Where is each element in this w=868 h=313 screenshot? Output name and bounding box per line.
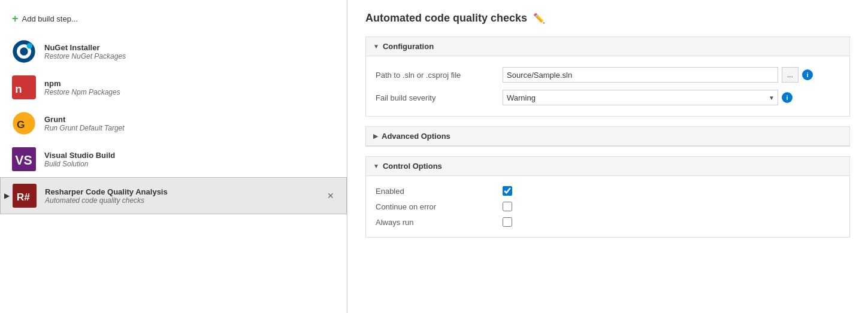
build-item-resharper[interactable]: ▶ R# Resharper Code Quality Analysis Aut… <box>0 177 347 214</box>
grunt-item-text: Grunt Run Grunt Default Target <box>44 115 125 132</box>
vs-subtitle: Build Solution <box>44 160 115 168</box>
advanced-options-section: ▶ Advanced Options <box>365 126 850 147</box>
control-options-section: ▼ Control Options Enabled Continue on er… <box>365 156 850 238</box>
build-item-vs[interactable]: VS Visual Studio Build Build Solution <box>0 141 347 177</box>
nuget-icon <box>12 39 36 63</box>
path-row: Path to .sln or .csproj file ... i <box>366 63 849 86</box>
left-panel: + Add build step... NuGet Installer Rest… <box>0 0 347 313</box>
panel-title-text: Automated code quality checks <box>365 12 527 25</box>
advanced-options-section-header[interactable]: ▶ Advanced Options <box>366 127 849 146</box>
nuget-title: NuGet Installer <box>44 43 126 52</box>
continue-label: Continue on error <box>376 202 495 211</box>
resharper-close-button[interactable]: ✕ <box>325 189 337 203</box>
severity-select-wrap: Warning Error Suggestion Hint None ▼ <box>503 90 778 105</box>
nuget-item-text: NuGet Installer Restore NuGet Packages <box>44 43 126 60</box>
panel-title: Automated code quality checks ✏️ <box>365 12 850 25</box>
configuration-section-body: Path to .sln or .csproj file ... i Fail … <box>366 56 849 116</box>
vs-icon: VS <box>12 147 36 171</box>
vs-item-text: Visual Studio Build Build Solution <box>44 151 115 168</box>
path-info-icon[interactable]: i <box>802 69 813 80</box>
enabled-label: Enabled <box>376 187 495 196</box>
severity-label: Fail build severity <box>376 93 495 102</box>
browse-button[interactable]: ... <box>782 67 799 83</box>
configuration-section-header[interactable]: ▼ Configuration <box>366 37 849 56</box>
vs-title: Visual Studio Build <box>44 151 115 160</box>
severity-select[interactable]: Warning Error Suggestion Hint None <box>503 90 778 105</box>
nuget-subtitle: Restore NuGet Packages <box>44 52 126 60</box>
grunt-subtitle: Run Grunt Default Target <box>44 124 125 132</box>
npm-icon: n <box>12 75 36 99</box>
npm-item-text: npm Restore Npm Packages <box>44 79 120 96</box>
build-item-npm[interactable]: n npm Restore Npm Packages <box>0 69 347 105</box>
resharper-title: Resharper Code Quality Analysis <box>45 187 168 196</box>
severity-row: Fail build severity Warning Error Sugges… <box>366 86 849 109</box>
continue-row: Continue on error <box>366 199 849 214</box>
control-collapse-icon: ▼ <box>373 163 379 169</box>
grunt-title: Grunt <box>44 115 125 124</box>
configuration-collapse-icon: ▼ <box>373 43 379 50</box>
severity-control-wrap: Warning Error Suggestion Hint None ▼ i <box>503 90 840 105</box>
right-panel: Automated code quality checks ✏️ ▼ Confi… <box>347 0 868 313</box>
npm-subtitle: Restore Npm Packages <box>44 88 120 96</box>
resharper-subtitle: Automated code quality checks <box>45 196 168 205</box>
path-label: Path to .sln or .csproj file <box>376 71 495 80</box>
path-input[interactable] <box>503 67 778 83</box>
path-control-wrap: ... i <box>503 67 840 83</box>
control-section-label: Control Options <box>383 162 442 171</box>
add-build-step-label: Add build step... <box>22 14 78 23</box>
control-section-body: Enabled Continue on error Always run <box>366 176 849 237</box>
always-checkbox[interactable] <box>503 217 512 227</box>
always-row: Always run <box>366 214 849 230</box>
advanced-expand-icon: ▶ <box>373 133 378 139</box>
continue-checkbox[interactable] <box>503 202 512 211</box>
resharper-icon: R# <box>13 184 37 208</box>
advanced-section-label: Advanced Options <box>382 132 450 141</box>
edit-icon[interactable]: ✏️ <box>533 13 545 24</box>
svg-text:VS: VS <box>15 153 32 168</box>
svg-text:n: n <box>15 83 22 95</box>
svg-text:R#: R# <box>17 191 31 203</box>
svg-text:G: G <box>17 118 25 130</box>
build-item-grunt[interactable]: G Grunt Run Grunt Default Target <box>0 105 347 141</box>
severity-info-icon[interactable]: i <box>782 92 793 103</box>
build-item-nuget[interactable]: NuGet Installer Restore NuGet Packages <box>0 34 347 69</box>
add-build-step-button[interactable]: + Add build step... <box>0 10 347 34</box>
enabled-checkbox[interactable] <box>503 186 512 196</box>
plus-icon: + <box>12 13 19 24</box>
svg-point-2 <box>20 47 28 55</box>
npm-title: npm <box>44 79 120 88</box>
configuration-section: ▼ Configuration Path to .sln or .csproj … <box>365 37 850 117</box>
svg-point-3 <box>27 43 32 48</box>
grunt-icon: G <box>12 111 36 135</box>
resharper-item-text: Resharper Code Quality Analysis Automate… <box>45 187 168 205</box>
selected-arrow-icon: ▶ <box>4 192 10 200</box>
enabled-row: Enabled <box>366 183 849 199</box>
always-label: Always run <box>376 218 495 227</box>
configuration-section-label: Configuration <box>383 42 434 51</box>
control-options-section-header[interactable]: ▼ Control Options <box>366 157 849 176</box>
